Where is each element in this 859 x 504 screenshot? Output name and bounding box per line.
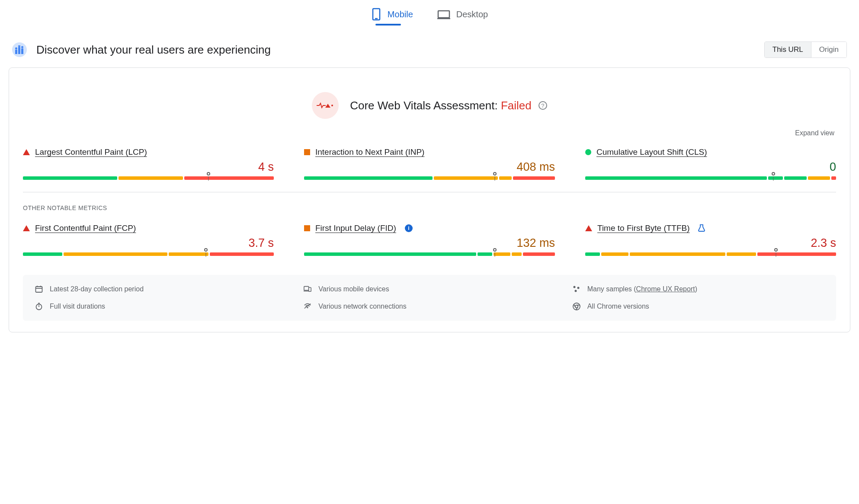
svg-point-8 [18, 45, 20, 47]
metric-value: 0 [585, 160, 836, 174]
bar-segment [304, 176, 433, 180]
stopwatch-icon [35, 303, 43, 310]
bar-marker [772, 172, 775, 175]
metric-value: 408 ms [304, 160, 555, 174]
metric-value: 4 s [23, 160, 274, 174]
assessment-text: Core Web Vitals Assessment: Failed ? [350, 99, 547, 112]
bar-segment [184, 176, 274, 180]
metric-name-link[interactable]: Interaction to Next Paint (INP) [315, 147, 424, 157]
bar-segment [494, 252, 511, 256]
crux-icon [12, 42, 27, 57]
bar-segment [169, 252, 208, 256]
status-circle-icon [585, 149, 591, 155]
status-triangle-icon [23, 225, 30, 231]
bar-marker [774, 248, 778, 252]
other-metrics-grid: First Contentful Paint (FCP) 3.7 s First… [23, 223, 836, 256]
metric-card: Cumulative Layout Shift (CLS) 0 [585, 147, 836, 180]
svg-point-25 [307, 307, 308, 308]
other-metrics-title: OTHER NOTABLE METRICS [23, 204, 836, 211]
distribution-bar [23, 252, 274, 256]
svg-point-10 [331, 105, 333, 106]
svg-point-7 [15, 48, 17, 50]
vitals-panel: Core Web Vitals Assessment: Failed ? Exp… [9, 67, 850, 332]
metric-name-link[interactable]: First Input Delay (FID) [315, 223, 396, 233]
bar-marker [204, 248, 208, 252]
bar-segment [768, 176, 783, 180]
status-square-icon [304, 149, 310, 155]
tab-desktop-label: Desktop [456, 10, 488, 19]
bar-segment [523, 252, 555, 256]
info-period: Latest 28-day collection period [35, 285, 286, 293]
info-icon[interactable]: i [405, 224, 413, 232]
info-devices: Various mobile devices [304, 285, 555, 293]
status-square-icon [304, 225, 310, 231]
svg-rect-5 [18, 47, 20, 54]
bar-segment [23, 176, 117, 180]
metric-card: First Contentful Paint (FCP) 3.7 s [23, 223, 274, 256]
this-url-button[interactable]: This URL [765, 42, 811, 57]
metric-card: Time to First Byte (TTFB) 2.3 s [585, 223, 836, 256]
header-row: Discover what your real users are experi… [12, 41, 847, 58]
bar-segment [727, 252, 756, 256]
svg-point-9 [21, 46, 23, 48]
metric-name-link[interactable]: Time to First Byte (TTFB) [597, 223, 690, 233]
bar-segment [831, 176, 836, 180]
distribution-bar [585, 252, 836, 256]
tab-mobile[interactable]: Mobile [371, 8, 413, 24]
svg-rect-16 [304, 287, 309, 290]
assessment-status: Failed [501, 99, 532, 112]
bar-segment [499, 176, 512, 180]
page-title: Discover what your real users are experi… [36, 43, 271, 57]
svg-rect-12 [36, 287, 42, 292]
distribution-bar [23, 176, 274, 180]
core-metrics-grid: Largest Contentful Paint (LCP) 4 s Inter… [23, 147, 836, 180]
fail-status-icon [312, 92, 339, 119]
svg-rect-18 [309, 287, 311, 291]
metric-card: Interaction to Next Paint (INP) 408 ms [304, 147, 555, 180]
wifi-icon [304, 303, 311, 310]
metric-name-link[interactable]: First Contentful Paint (FCP) [35, 223, 136, 233]
bar-segment [478, 252, 492, 256]
distribution-bar [585, 176, 836, 180]
bar-segment [64, 252, 167, 256]
scatter-icon [573, 285, 580, 293]
metric-card: First Input Delay (FID)i 132 ms [304, 223, 555, 256]
assessment-row: Core Web Vitals Assessment: Failed ? [23, 92, 836, 119]
svg-rect-2 [438, 11, 449, 18]
chrome-icon [573, 303, 580, 310]
metric-card: Largest Contentful Paint (LCP) 4 s [23, 147, 274, 180]
bar-segment [585, 252, 600, 256]
svg-rect-4 [15, 50, 17, 54]
origin-button[interactable]: Origin [811, 42, 846, 57]
bar-segment [210, 252, 274, 256]
desktop-icon [437, 9, 450, 19]
expand-view-link[interactable]: Expand view [23, 127, 836, 147]
svg-point-19 [573, 286, 575, 288]
crux-report-link[interactable]: Chrome UX Report [636, 285, 695, 293]
bar-segment [757, 252, 836, 256]
distribution-bar [304, 252, 555, 256]
device-tabs: Mobile Desktop [9, 0, 850, 24]
info-connections: Various network connections [304, 303, 555, 310]
bar-segment [808, 176, 830, 180]
bar-segment [304, 252, 476, 256]
bar-segment [512, 252, 522, 256]
tab-desktop[interactable]: Desktop [437, 8, 488, 24]
help-icon[interactable]: ? [538, 101, 547, 110]
bar-segment [119, 176, 183, 180]
bar-segment [601, 252, 628, 256]
info-box: Latest 28-day collection period Various … [23, 275, 836, 321]
separator [23, 192, 836, 192]
metric-name-link[interactable]: Cumulative Layout Shift (CLS) [596, 147, 707, 157]
metric-name-link[interactable]: Largest Contentful Paint (LCP) [35, 147, 147, 157]
bar-segment [434, 176, 498, 180]
metric-value: 3.7 s [23, 236, 274, 250]
mobile-icon [371, 8, 381, 21]
status-triangle-icon [585, 225, 592, 231]
calendar-icon [35, 285, 43, 293]
info-samples: Many samples (Chrome UX Report) [573, 285, 824, 293]
devices-icon [304, 285, 311, 293]
distribution-bar [304, 176, 555, 180]
bar-segment [630, 252, 726, 256]
bar-marker [493, 172, 497, 175]
